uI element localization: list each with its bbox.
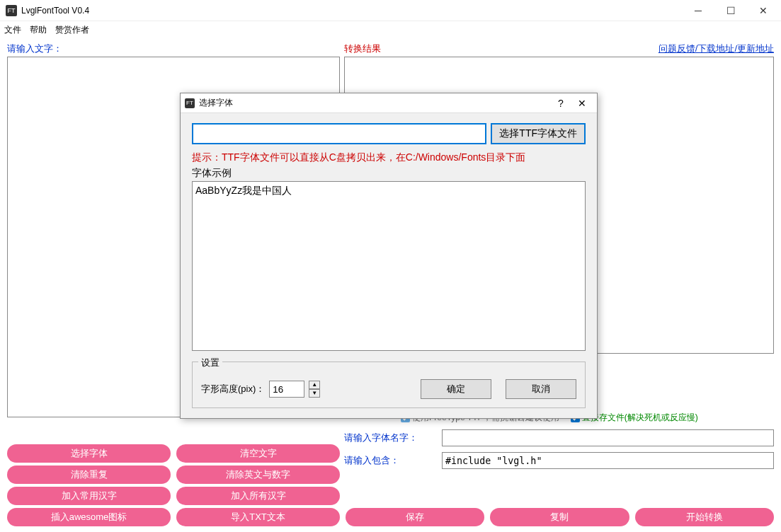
minimize-button[interactable]: ─: [682, 0, 714, 21]
menu-sponsor[interactable]: 赞赏作者: [55, 24, 89, 36]
titlebar: FT LvglFontTool V0.4 ─ ☐ ✕: [0, 0, 781, 21]
insert-awesome-button[interactable]: 插入awesome图标: [7, 508, 171, 526]
add-all-button[interactable]: 加入所有汉字: [176, 487, 340, 505]
start-button[interactable]: 开始转换: [635, 508, 774, 526]
clear-dup-button[interactable]: 清除重复: [7, 466, 171, 484]
ok-button[interactable]: 确定: [421, 379, 491, 399]
sample-label: 字体示例: [192, 167, 586, 180]
ttf-hint: 提示：TTF字体文件可以直接从C盘拷贝出来，在C:/Windows/Fonts目…: [192, 151, 586, 164]
clear-text-button[interactable]: 清空文字: [176, 444, 340, 463]
ttf-path-input[interactable]: [192, 123, 486, 144]
input-label: 请输入文字：: [7, 42, 62, 55]
copy-button[interactable]: 复制: [490, 508, 629, 526]
add-common-button[interactable]: 加入常用汉字: [7, 487, 171, 505]
menubar: 文件 帮助 赞赏作者: [0, 21, 781, 38]
spinner-up-icon[interactable]: ▲: [309, 381, 320, 389]
import-txt-button[interactable]: 导入TXT文本: [176, 508, 340, 526]
app-icon: FT: [6, 5, 17, 16]
dialog-title: 选择字体: [199, 97, 550, 109]
settings-legend: 设置: [198, 357, 222, 369]
save-button[interactable]: 保存: [346, 508, 484, 526]
glyph-height-input[interactable]: [269, 381, 304, 398]
result-label: 转换结果: [344, 42, 381, 55]
settings-group: 设置 字形高度(pix)： ▲ ▼ 确定 取消: [192, 362, 586, 408]
menu-file[interactable]: 文件: [4, 24, 21, 36]
clear-eng-button[interactable]: 清除英文与数字: [176, 466, 340, 484]
select-font-button[interactable]: 选择字体: [7, 444, 171, 463]
maximize-button[interactable]: ☐: [714, 0, 747, 21]
close-button[interactable]: ✕: [747, 0, 780, 21]
feedback-link[interactable]: 问题反馈/下载地址/更新地址: [659, 42, 774, 55]
cancel-button[interactable]: 取消: [506, 379, 576, 399]
browse-ttf-button[interactable]: 选择TTF字体文件: [491, 123, 586, 144]
menu-help[interactable]: 帮助: [30, 24, 47, 36]
dialog-help-button[interactable]: ?: [550, 98, 571, 109]
glyph-height-label: 字形高度(pix)：: [201, 383, 265, 395]
dialog-icon: FT: [185, 98, 195, 108]
glyph-height-spinner[interactable]: ▲ ▼: [309, 381, 320, 398]
select-font-dialog: FT 选择字体 ? ✕ 选择TTF字体文件 提示：TTF字体文件可以直接从C盘拷…: [180, 93, 598, 419]
button-grid: 选择字体 清空文字 清除重复 清除英文与数字 加入常用汉字 加入所有汉字 插入a…: [7, 441, 774, 526]
dialog-close-button[interactable]: ✕: [571, 98, 593, 109]
sample-textarea[interactable]: AaBbYyZz我是中国人: [192, 181, 586, 351]
window-title: LvglFontTool V0.4: [21, 6, 682, 16]
spinner-down-icon[interactable]: ▼: [309, 389, 320, 398]
